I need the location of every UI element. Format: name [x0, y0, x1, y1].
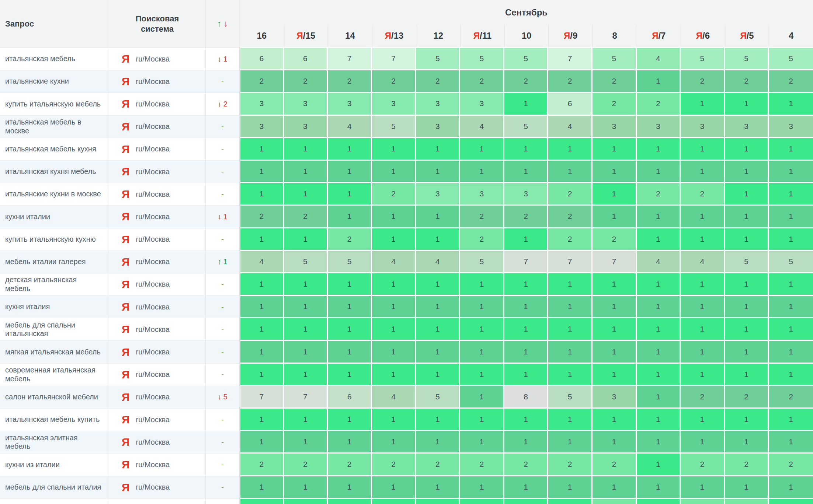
position-cell[interactable]: 1 — [637, 318, 681, 341]
position-cell[interactable]: 1 — [284, 318, 328, 341]
position-cell[interactable]: 1 — [769, 409, 813, 431]
position-cell[interactable]: 1 — [681, 93, 725, 115]
position-cell[interactable]: 2 — [416, 70, 460, 93]
position-cell[interactable]: 1 — [593, 161, 637, 183]
position-cell[interactable]: 1 — [504, 318, 549, 341]
position-cell[interactable]: 1 — [328, 431, 372, 454]
query-cell[interactable]: купить итальянскую мебель — [0, 93, 109, 115]
date-column-header[interactable]: 10 — [504, 25, 549, 48]
position-cell[interactable]: 1 — [593, 206, 637, 228]
position-cell[interactable]: 1 — [593, 476, 637, 499]
query-cell[interactable] — [0, 499, 109, 504]
position-cell[interactable]: 1 — [769, 138, 813, 161]
position-cell[interactable]: 7 — [593, 251, 637, 273]
position-cell[interactable]: 2 — [725, 70, 769, 93]
position-cell[interactable]: 1 — [460, 273, 504, 296]
position-cell[interactable]: 2 — [548, 206, 593, 228]
position-cell[interactable]: 2 — [284, 70, 328, 93]
query-cell[interactable]: мебель для спальни итальянская — [0, 318, 109, 341]
position-cell[interactable]: 1 — [637, 273, 681, 296]
position-cell[interactable]: 3 — [416, 183, 460, 206]
position-cell[interactable]: 1 — [593, 318, 637, 341]
position-cell[interactable]: 5 — [504, 116, 549, 138]
position-cell[interactable]: 1 — [725, 161, 769, 183]
position-cell[interactable]: 2 — [504, 206, 549, 228]
query-cell[interactable]: итальянская мебель — [0, 48, 109, 70]
position-cell[interactable]: 2 — [460, 206, 504, 228]
position-cell[interactable]: 1 — [504, 431, 549, 454]
position-cell[interactable]: 6 — [284, 48, 328, 70]
position-cell[interactable]: 2 — [681, 386, 725, 409]
position-cell[interactable]: 1 — [504, 273, 549, 296]
position-cell[interactable]: 1 — [637, 499, 681, 504]
position-cell[interactable]: 5 — [416, 386, 460, 409]
position-cell[interactable]: 1 — [328, 409, 372, 431]
position-cell[interactable]: 5 — [460, 48, 504, 70]
position-cell[interactable]: 1 — [328, 206, 372, 228]
position-cell[interactable]: 1 — [725, 138, 769, 161]
position-cell[interactable]: 2 — [504, 454, 549, 476]
position-cell[interactable]: 5 — [725, 251, 769, 273]
position-cell[interactable]: 1 — [416, 206, 460, 228]
position-cell[interactable]: 1 — [460, 364, 504, 386]
position-cell[interactable]: 1 — [593, 341, 637, 363]
query-cell[interactable]: итальянская мебель кухня — [0, 138, 109, 161]
position-cell[interactable]: 2 — [637, 93, 681, 115]
position-cell[interactable]: 2 — [372, 183, 416, 206]
position-cell[interactable]: 1 — [504, 161, 549, 183]
position-cell[interactable]: 1 — [504, 499, 549, 504]
position-cell[interactable]: 2 — [593, 228, 637, 251]
position-cell[interactable]: 1 — [240, 161, 284, 183]
position-cell[interactable]: 2 — [372, 454, 416, 476]
position-cell[interactable]: 1 — [593, 431, 637, 454]
position-cell[interactable]: 1 — [416, 499, 460, 504]
position-cell[interactable]: 7 — [372, 48, 416, 70]
position-cell[interactable]: 5 — [769, 251, 813, 273]
position-cell[interactable]: 4 — [637, 48, 681, 70]
position-cell[interactable]: 2 — [548, 228, 593, 251]
position-cell[interactable]: 1 — [637, 228, 681, 251]
position-cell[interactable]: 2 — [769, 386, 813, 409]
position-cell[interactable]: 3 — [637, 116, 681, 138]
position-cell[interactable]: 3 — [284, 116, 328, 138]
position-cell[interactable]: 1 — [460, 318, 504, 341]
position-cell[interactable]: 1 — [725, 476, 769, 499]
position-cell[interactable]: 1 — [681, 273, 725, 296]
position-cell[interactable]: 3 — [240, 116, 284, 138]
query-cell[interactable]: итальянские кухни — [0, 70, 109, 93]
position-cell[interactable]: 1 — [504, 341, 549, 363]
position-cell[interactable]: 1 — [328, 341, 372, 363]
position-cell[interactable]: 1 — [548, 476, 593, 499]
position-cell[interactable]: 7 — [548, 48, 593, 70]
query-cell[interactable]: салон итальянской мебели — [0, 386, 109, 409]
position-cell[interactable]: 7 — [328, 48, 372, 70]
position-cell[interactable]: 2 — [769, 70, 813, 93]
position-cell[interactable]: 1 — [240, 499, 284, 504]
position-cell[interactable]: 7 — [548, 251, 593, 273]
position-cell[interactable]: 1 — [416, 431, 460, 454]
position-cell[interactable]: 1 — [725, 318, 769, 341]
query-cell[interactable]: мягкая итальянская мебель — [0, 341, 109, 363]
position-cell[interactable]: 1 — [725, 431, 769, 454]
position-cell[interactable]: 1 — [372, 341, 416, 363]
position-cell[interactable]: 1 — [284, 228, 328, 251]
position-cell[interactable]: 1 — [681, 138, 725, 161]
query-cell[interactable]: кухня италия — [0, 296, 109, 318]
position-cell[interactable]: 1 — [328, 183, 372, 206]
query-cell[interactable]: итальянская мебель купить — [0, 409, 109, 431]
position-cell[interactable]: 5 — [725, 48, 769, 70]
position-cell[interactable]: 1 — [681, 476, 725, 499]
position-cell[interactable]: 2 — [681, 499, 725, 504]
position-cell[interactable]: 2 — [240, 454, 284, 476]
position-cell[interactable]: 1 — [769, 296, 813, 318]
position-cell[interactable]: 1 — [593, 296, 637, 318]
position-cell[interactable]: 2 — [460, 454, 504, 476]
position-cell[interactable]: 1 — [460, 161, 504, 183]
position-cell[interactable]: 3 — [593, 386, 637, 409]
position-cell[interactable]: 2 — [240, 70, 284, 93]
position-cell[interactable]: 3 — [240, 93, 284, 115]
position-cell[interactable]: 1 — [416, 341, 460, 363]
position-cell[interactable]: 5 — [504, 48, 549, 70]
position-cell[interactable]: 1 — [416, 138, 460, 161]
position-cell[interactable]: 1 — [416, 409, 460, 431]
